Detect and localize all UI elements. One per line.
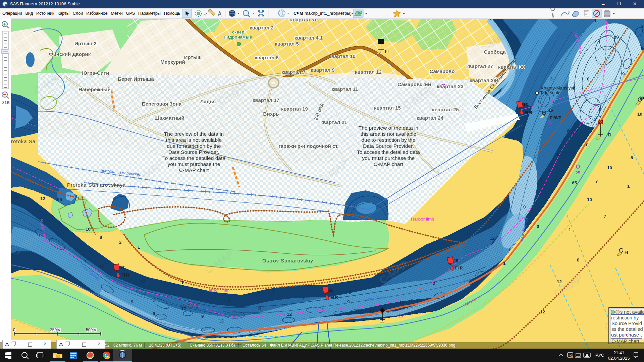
svg-text:2: 2 bbox=[433, 281, 435, 286]
svg-text:maxnp_int1_hrb(метры): maxnp_int1_hrb(метры) bbox=[305, 11, 352, 16]
svg-text:Data Source Provider.: Data Source Provider. bbox=[168, 149, 219, 155]
svg-text:0: 0 bbox=[537, 224, 539, 229]
svg-text:9: 9 bbox=[641, 24, 643, 29]
svg-text:1: 1 bbox=[138, 245, 140, 250]
svg-text:The preview of the data in: The preview of the data in bbox=[359, 125, 418, 131]
svg-text:Гидронамыв: Гидронамыв bbox=[224, 35, 252, 40]
svg-text:Fl: Fl bbox=[625, 250, 628, 255]
svg-text:2: 2 bbox=[540, 177, 543, 182]
svg-text:23: 23 bbox=[398, 314, 403, 318]
svg-text:квартал 31: квартал 31 bbox=[290, 18, 317, 22]
svg-text:M: M bbox=[300, 11, 303, 16]
svg-text:Fl R: Fl R bbox=[455, 266, 463, 270]
svg-text:55: 55 bbox=[57, 197, 62, 202]
svg-text:РУС: РУС bbox=[595, 353, 604, 358]
svg-text:Иртыш: Иртыш bbox=[184, 54, 202, 60]
svg-text:you must purchase the: you must purchase the bbox=[362, 155, 415, 161]
svg-text:12: 12 bbox=[181, 306, 186, 311]
svg-text:Data Source Provider.: Data Source Provider. bbox=[363, 143, 414, 149]
svg-text:16: 16 bbox=[548, 108, 553, 113]
svg-text:1: 1 bbox=[627, 184, 630, 189]
svg-text:квартал 6: квартал 6 bbox=[255, 55, 279, 60]
svg-text:12: 12 bbox=[99, 263, 104, 268]
svg-text:10: 10 bbox=[86, 227, 91, 232]
svg-text:due to restriction by the: due to restriction by the bbox=[361, 137, 415, 143]
svg-text:7: 7 bbox=[585, 142, 588, 147]
svg-text:12: 12 bbox=[140, 279, 145, 284]
svg-text:10: 10 bbox=[369, 308, 374, 313]
svg-text:квартал 27: квартал 27 bbox=[466, 63, 493, 69]
svg-text:квартал 23: квартал 23 bbox=[437, 83, 464, 89]
svg-text:Fl R: Fl R bbox=[330, 295, 338, 300]
svg-text:19: 19 bbox=[454, 258, 459, 263]
svg-text:12: 12 bbox=[399, 300, 404, 305]
svg-text:12: 12 bbox=[219, 318, 224, 323]
svg-text:Югра-Сити: Югра-Сити bbox=[82, 70, 109, 76]
svg-text:квартал 9: квартал 9 bbox=[311, 67, 335, 73]
svg-text:1: 1 bbox=[569, 227, 571, 232]
svg-text:12: 12 bbox=[287, 312, 292, 317]
svg-text:квартал 10: квартал 10 bbox=[329, 53, 356, 59]
svg-text:Берег Иртыша: Берег Иртыша bbox=[118, 76, 154, 82]
svg-text:C-MAP chart: C-MAP chart bbox=[374, 161, 404, 167]
svg-text:25: 25 bbox=[576, 171, 580, 175]
svg-text:12: 12 bbox=[40, 196, 45, 201]
svg-text:1: 1 bbox=[272, 288, 275, 293]
svg-text:due to restriction by the: due to restriction by the bbox=[167, 143, 221, 149]
svg-text:Harbor limit: Harbor limit bbox=[205, 288, 228, 293]
svg-text:0: 0 bbox=[257, 290, 260, 295]
svg-text:To access the detailed data: To access the detailed data bbox=[357, 149, 420, 155]
svg-text:квартал 5: квартал 5 bbox=[275, 41, 299, 47]
svg-text:4: 4 bbox=[594, 18, 596, 23]
svg-text:9: 9 bbox=[201, 314, 204, 319]
svg-text:65: 65 bbox=[572, 180, 577, 185]
svg-text:3: 3 bbox=[550, 76, 553, 81]
svg-text:7: 7 bbox=[302, 296, 305, 301]
svg-text:Fl: Fl bbox=[608, 133, 611, 137]
svg-text:To access the detailed data: To access the detailed data bbox=[162, 155, 225, 161]
svg-text:10: 10 bbox=[614, 35, 619, 40]
svg-text:8: 8 bbox=[577, 257, 580, 262]
svg-text:The preview of the data in: The preview of the data in bbox=[164, 131, 224, 137]
svg-text:Береговая Зона: Береговая Зона bbox=[142, 101, 182, 107]
svg-text:Fl R: Fl R bbox=[121, 273, 129, 278]
svg-text:0: 0 bbox=[557, 152, 559, 157]
svg-text:17: 17 bbox=[120, 265, 125, 270]
svg-text:7: 7 bbox=[604, 214, 606, 219]
svg-text:1: 1 bbox=[503, 261, 506, 266]
svg-text:квартал 2: квартал 2 bbox=[250, 25, 274, 31]
svg-text:Самарово: Самарово bbox=[429, 68, 454, 74]
svg-text:8: 8 bbox=[631, 155, 633, 160]
svg-text:9: 9 bbox=[258, 306, 261, 311]
svg-text:rotoka Sa: rotoka Sa bbox=[11, 138, 36, 144]
svg-text:15: 15 bbox=[523, 103, 528, 107]
svg-text:18: 18 bbox=[329, 288, 334, 293]
svg-text:this area is not available: this area is not available bbox=[361, 131, 416, 137]
svg-text:сквер: сквер bbox=[232, 29, 245, 35]
svg-text:Fl R: Fl R bbox=[525, 110, 532, 115]
svg-text:8: 8 bbox=[100, 235, 102, 240]
svg-text:Tide scale: Tide scale bbox=[540, 90, 560, 95]
svg-text:Самаровский: Самаровский bbox=[397, 81, 431, 87]
svg-text:7: 7 bbox=[228, 299, 231, 304]
svg-text:43: 43 bbox=[417, 286, 421, 291]
svg-text:квартал 17: квартал 17 bbox=[253, 97, 279, 103]
svg-text:12: 12 bbox=[490, 236, 495, 241]
svg-text:02.04.2025: 02.04.2025 bbox=[608, 356, 630, 361]
svg-text:Ostrov Samarovskiy: Ostrov Samarovskiy bbox=[262, 258, 313, 263]
svg-text:Иртыш-2: Иртыш-2 bbox=[74, 41, 97, 46]
svg-text:9: 9 bbox=[622, 71, 625, 76]
svg-text:7: 7 bbox=[595, 179, 598, 184]
svg-text:Шахматный: Шахматный bbox=[154, 115, 184, 121]
svg-text:гаражи р-н лодочной ст.: гаражи р-н лодочной ст. bbox=[279, 143, 339, 149]
svg-text:Harbor limit: Harbor limit bbox=[411, 217, 434, 222]
svg-text:C-MAP chart: C-MAP chart bbox=[179, 167, 209, 173]
svg-text:250 м: 250 м bbox=[50, 327, 61, 332]
svg-text:9: 9 bbox=[153, 311, 155, 316]
svg-text:Ладья: Ладья bbox=[200, 99, 216, 104]
svg-text:6: 6 bbox=[567, 128, 570, 133]
svg-text:C: C bbox=[293, 11, 297, 16]
svg-text:10: 10 bbox=[587, 197, 592, 202]
svg-text:12: 12 bbox=[540, 309, 545, 314]
svg-text:Свобода: Свобода bbox=[484, 49, 506, 55]
